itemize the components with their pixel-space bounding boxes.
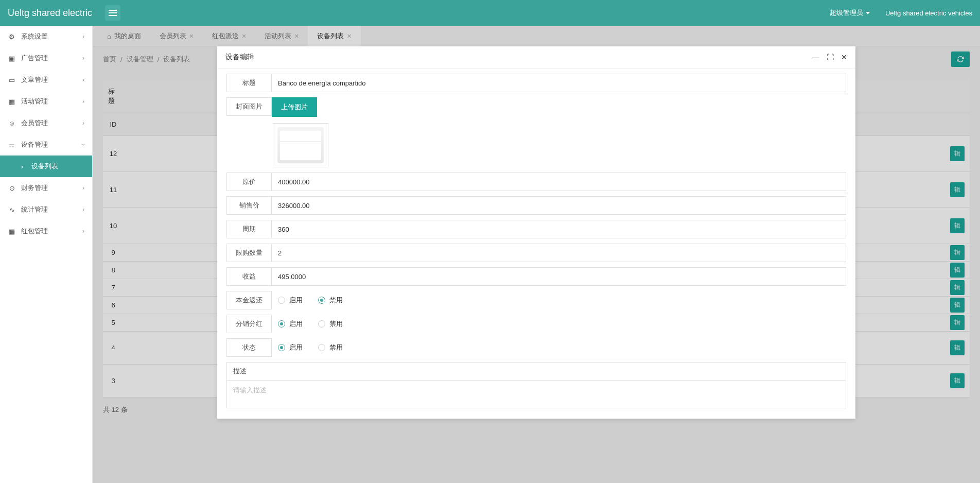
upload-image-button[interactable]: 上传图片 (272, 97, 317, 117)
dividend-enable-radio[interactable]: 启用 (278, 319, 303, 329)
label-dividend: 分销分红 (226, 315, 272, 333)
image-thumbnail[interactable] (273, 123, 328, 167)
description-box: 描述 (226, 362, 846, 408)
device-image (277, 127, 324, 163)
radio-label: 启用 (289, 319, 303, 329)
principal-enable-radio[interactable]: 启用 (278, 296, 303, 305)
close-button[interactable]: ✕ (841, 53, 847, 61)
label-orig-price: 原价 (226, 173, 272, 191)
description-textarea[interactable] (227, 381, 846, 406)
chevron-right-icon: › (82, 206, 84, 213)
chevron-right-icon: › (82, 184, 84, 192)
calendar-icon: ▦ (8, 97, 16, 106)
book-icon: ▭ (8, 76, 16, 84)
device-edit-modal: 设备编辑 — ⛶ ✕ 标题 封面图片 上传图片 原价 (217, 46, 855, 419)
radio-label: 禁用 (329, 343, 343, 352)
sidebar-item-stats[interactable]: ∿ 统计管理 › (0, 199, 92, 220)
status-enable-radio[interactable]: 启用 (278, 343, 303, 352)
sidebar-label: 设备列表 (31, 162, 58, 171)
user-label: 超级管理员 (830, 8, 863, 18)
hamburger-icon (109, 10, 117, 16)
sidebar-item-members[interactable]: ☺ 会员管理 › (0, 112, 92, 134)
radio-icon (318, 320, 325, 327)
sidebar-label: 广告管理 (21, 54, 48, 63)
sidebar-label: 活动管理 (21, 97, 48, 106)
chevron-right-icon: › (18, 162, 26, 170)
label-title: 标题 (226, 74, 272, 92)
sidebar-label: 文章管理 (21, 75, 48, 84)
chevron-right-icon: › (82, 119, 84, 127)
principal-disable-radio[interactable]: 禁用 (318, 296, 343, 305)
label-sale-price: 销售价 (226, 196, 272, 215)
status-disable-radio[interactable]: 禁用 (318, 343, 343, 352)
app-header: Ueltg shared electric 超级管理员 Ueltg shared… (0, 0, 980, 26)
chevron-down-icon: › (80, 144, 87, 146)
sidebar-item-redpacket[interactable]: ▦ 红包管理 › (0, 220, 92, 242)
sliders-icon: ⚎ (8, 141, 16, 149)
label-description: 描述 (227, 363, 846, 381)
radio-label: 禁用 (329, 319, 343, 329)
sidebar-item-articles[interactable]: ▭ 文章管理 › (0, 69, 92, 91)
dividend-disable-radio[interactable]: 禁用 (318, 319, 343, 329)
limit-input[interactable] (272, 244, 846, 262)
orig-price-input[interactable] (272, 173, 846, 191)
title-input[interactable] (272, 74, 846, 92)
sidebar: ⚙ 系统设置 › ▣ 广告管理 › ▭ 文章管理 › ▦ 活动管理 › ☺ 会员… (0, 26, 93, 483)
modal-title: 设备编辑 (225, 53, 254, 62)
sidebar-label: 红包管理 (21, 227, 48, 236)
radio-label: 启用 (289, 296, 303, 305)
sidebar-item-finance[interactable]: ⊙ 财务管理 › (0, 177, 92, 199)
chevron-right-icon: › (82, 228, 84, 235)
chevron-right-icon: › (82, 33, 84, 40)
radio-label: 禁用 (329, 296, 343, 305)
sidebar-label: 系统设置 (21, 32, 48, 41)
label-profit: 收益 (226, 267, 272, 286)
sidebar-label: 设备管理 (21, 140, 48, 149)
sidebar-item-devices[interactable]: ⚎ 设备管理 › (0, 134, 92, 156)
period-input[interactable] (272, 220, 846, 238)
radio-icon (318, 297, 325, 304)
label-period: 周期 (226, 220, 272, 238)
minimize-button[interactable]: — (812, 53, 819, 61)
chevron-right-icon: › (82, 76, 84, 83)
label-principal: 本金返还 (226, 291, 272, 309)
sidebar-item-ads[interactable]: ▣ 广告管理 › (0, 47, 92, 69)
sidebar-item-device-list[interactable]: › 设备列表 (0, 156, 92, 177)
chart-icon: ∿ (8, 205, 16, 214)
user-menu[interactable]: 超级管理员 (830, 8, 870, 18)
chevron-down-icon (866, 12, 870, 14)
maximize-button[interactable]: ⛶ (827, 53, 834, 61)
modal-header: 设备编辑 — ⛶ ✕ (217, 46, 855, 68)
chevron-right-icon: › (82, 98, 84, 105)
sidebar-item-system[interactable]: ⚙ 系统设置 › (0, 26, 92, 47)
radio-icon (278, 344, 285, 351)
radio-label: 启用 (289, 343, 303, 352)
profit-input[interactable] (272, 267, 846, 286)
sidebar-label: 统计管理 (21, 205, 48, 214)
label-status: 状态 (226, 338, 272, 357)
sidebar-item-activities[interactable]: ▦ 活动管理 › (0, 91, 92, 112)
modal-overlay: 设备编辑 — ⛶ ✕ 标题 封面图片 上传图片 原价 (93, 26, 980, 483)
image-icon: ▣ (8, 54, 16, 62)
sidebar-label: 财务管理 (21, 183, 48, 193)
money-icon: ⊙ (8, 184, 16, 192)
gear-icon: ⚙ (8, 32, 16, 41)
app-title: Ueltg shared electric (8, 8, 92, 19)
sale-price-input[interactable] (272, 196, 846, 215)
menu-toggle-button[interactable] (105, 5, 120, 21)
gift-icon: ▦ (8, 227, 16, 235)
user-icon: ☺ (8, 119, 16, 127)
radio-icon (278, 297, 285, 304)
radio-icon (278, 320, 285, 327)
app-name-label: Ueltg shared electric vehicles (885, 9, 972, 17)
sidebar-label: 会员管理 (21, 118, 48, 128)
radio-icon (318, 344, 325, 351)
label-cover: 封面图片 (226, 97, 272, 116)
chevron-right-icon: › (82, 55, 84, 62)
label-limit: 限购数量 (226, 244, 272, 262)
